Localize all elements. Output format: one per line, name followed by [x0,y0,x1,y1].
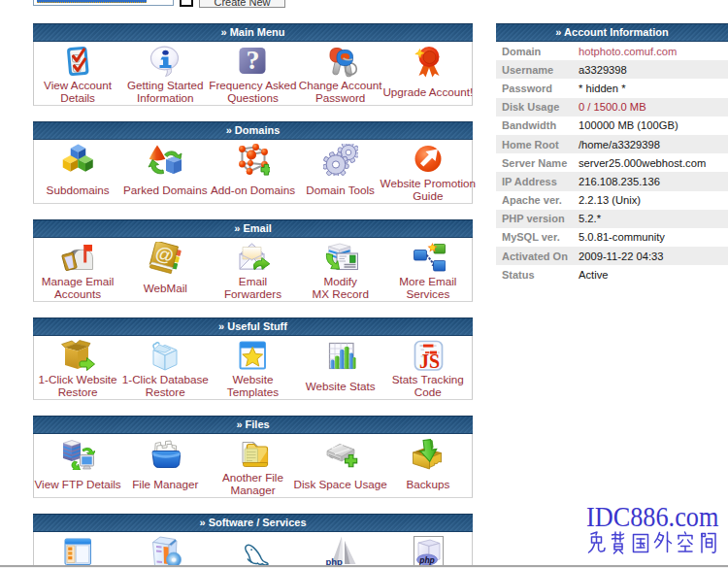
svg-text:JS: JS [419,351,440,372]
svg-text:php: php [418,555,435,565]
svg-text:?: ? [247,46,260,75]
